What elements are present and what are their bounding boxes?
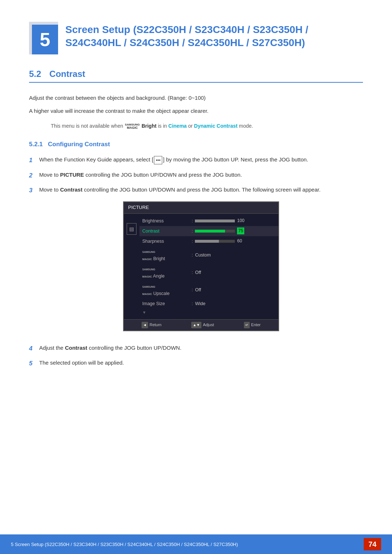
monitor-left-icon: ▤ [124,214,139,238]
step-4: 4 Adjust the Contrast controlling the JO… [29,344,363,353]
note-box: This menu is not available when SAMSUNG … [51,122,363,130]
step-number-3: 3 [29,185,39,195]
adjust-btn-icon: ▲▼ [191,322,201,328]
step-number-4: 4 [29,344,39,353]
note-or: or [188,123,194,129]
step-content-1: When the Function Key Guide appears, sel… [39,155,363,164]
note-text-before: This menu is not available when [51,123,124,129]
menu-row-magic-bright: SAMSUNG MAGIC Bright : Custom [139,246,278,264]
menu-row-magic-angle: SAMSUNG MAGIC Angle : Off [139,264,278,281]
menu-label-magic-upscale: SAMSUNG MAGIC Upscale [142,283,189,297]
step-number-2: 2 [29,171,39,180]
step-5: 5 The selected option will be applied. [29,358,363,368]
menu-row-image-size: Image Size : Wide [139,299,278,309]
menu-scroll-down: ▼ [139,309,278,317]
step-content-3: Move to Contrast controlling the JOG but… [39,185,363,338]
menu-label-sharpness: Sharpness [142,238,189,245]
footer-return: ◄ Return [142,322,162,328]
chapter-number: 5 [32,25,58,54]
monitor-content: ▤ Brightness : [124,214,278,320]
footer-adjust: ▲▼ Adjust [191,322,214,328]
steps-list: 1 When the Function Key Guide appears, s… [29,155,363,368]
brightness-number: 100 [237,217,244,224]
monitor-footer: ◄ Return ▲▼ Adjust ↵ Enter [124,319,278,331]
monitor-screen: PICTURE ▤ Brightness : [123,201,279,331]
subsection-title: 5.2.1 Configuring Contrast [29,141,363,148]
enter-btn-icon: ↵ [244,322,250,328]
menu-value-magic-upscale: Off [195,286,201,294]
menu-row-magic-upscale: SAMSUNG MAGIC Upscale : Off [139,281,278,299]
note-dynamic: Dynamic Contrast [194,123,238,129]
footer-text: 5 Screen Setup (S22C350H / S23C340H / S2… [11,542,238,547]
contrast-fill [195,230,225,233]
chapter-title: Screen Setup (S22C350H / S23C340H / S23C… [65,22,363,50]
step-content-4: Adjust the Contrast controlling the JOG … [39,344,363,352]
sharpness-bar-row: 60 [195,238,242,245]
menu-label-contrast: Contrast [142,227,189,235]
step-content-5: The selected option will be applied. [39,358,363,367]
step-3: 3 Move to Contrast controlling the JOG b… [29,185,363,338]
samsung-magic-label: SAMSUNG MAGIC [125,123,140,130]
menu-label-magic-angle: SAMSUNG MAGIC Angle [142,265,189,280]
page-number-box: 74 [364,538,381,550]
page-number: 74 [368,540,376,549]
chapter-header: 5 Screen Setup (S22C350H / S23C340H / S2… [29,22,363,54]
step2-bold: PICTURE [60,172,84,178]
menu-value-image-size: Wide [195,300,205,307]
sharpness-bar [195,240,235,243]
jog-icon: ▪▪▪ [154,156,162,164]
menu-label-magic-bright: SAMSUNG MAGIC Bright [142,248,189,262]
menu-label-brightness: Brightness [142,217,189,225]
contrast-number: 75 [237,227,244,234]
note-bright: Bright [142,123,156,129]
monitor-title: PICTURE [124,202,278,214]
menu-label-image-size: Image Size [142,300,189,307]
brightness-bar-row: 100 [195,217,244,224]
step-content-2: Move to PICTURE controlling the JOG butt… [39,171,363,179]
menu-value-magic-angle: Off [195,269,201,276]
step-number-5: 5 [29,358,39,368]
step3-bold: Contrast [60,186,83,193]
return-label: Return [150,322,162,328]
step-1: 1 When the Function Key Guide appears, s… [29,155,363,165]
section-title: 5.2 Contrast [29,69,363,83]
chapter-number-wrapper: 5 [29,22,58,54]
menu-value-magic-bright: Custom [195,251,211,259]
sharpness-number: 60 [237,238,242,245]
enter-label: Enter [251,322,261,328]
menu-row-sharpness: Sharpness : 60 [139,236,278,246]
page-footer: 5 Screen Setup (S22C350H / S23C340H / S2… [0,534,392,554]
step4-bold: Contrast [65,345,87,351]
monitor-menu: Brightness : 100 [139,214,278,320]
contrast-bar [195,230,235,233]
note-mid: is in [158,123,168,129]
step-number-1: 1 [29,155,39,165]
sharpness-fill [195,240,219,243]
return-btn-icon: ◄ [142,322,148,328]
step-2: 2 Move to PICTURE controlling the JOG bu… [29,171,363,180]
body-line2: A higher value will increase the contras… [29,107,363,115]
brightness-fill [195,219,235,222]
menu-row-contrast: Contrast : 75 [139,226,278,236]
brightness-bar [195,219,235,222]
footer-enter: ↵ Enter [244,322,261,328]
adjust-label: Adjust [203,322,214,328]
menu-row-brightness: Brightness : 100 [139,216,278,226]
contrast-bar-row: 75 [195,227,244,234]
body-line1: Adjust the contrast between the objects … [29,94,363,102]
note-cinema: Cinema [168,123,187,129]
note-end: mode. [239,123,253,129]
